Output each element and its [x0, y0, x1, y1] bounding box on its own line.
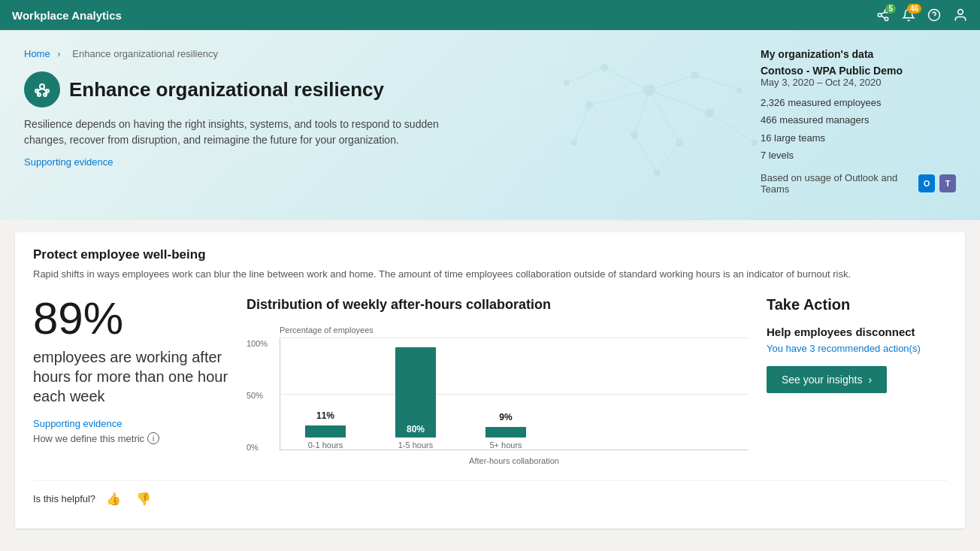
- action-description: You have 3 recommended action(s): [767, 343, 947, 354]
- bar-x-label-3: 5+ hours: [476, 440, 536, 450]
- help-button[interactable]: [927, 8, 941, 22]
- svg-line-41: [604, 68, 649, 90]
- svg-line-33: [634, 90, 649, 135]
- share-badge: 5: [885, 4, 896, 14]
- y-tick-100: 100%: [247, 339, 268, 348]
- org-date-range: May 3, 2020 – Oct 24, 2020: [761, 77, 956, 88]
- bar-2: 80%: [395, 347, 436, 437]
- thumbs-down-button[interactable]: 👎: [132, 490, 156, 507]
- svg-line-40: [657, 143, 679, 173]
- action-subtitle: Help employees disconnect: [767, 325, 947, 338]
- see-insights-arrow: ›: [868, 374, 872, 386]
- svg-line-38: [709, 113, 755, 143]
- stat-column: 89% employees are working after hours fo…: [33, 296, 228, 444]
- breadcrumb-separator: ›: [57, 48, 63, 59]
- bar-label-white-2: 80%: [407, 424, 425, 437]
- section-description: Rapid shifts in ways employees work can …: [33, 267, 947, 282]
- metric-label-text: How we define this metric: [33, 433, 144, 444]
- org-company-name: Contoso - WPA Public Demo: [761, 65, 956, 77]
- breadcrumb: Home › Enhance organizational resiliency: [24, 48, 535, 59]
- svg-line-30: [649, 75, 694, 90]
- thumbs-up-button[interactable]: 👍: [101, 490, 126, 507]
- employees-stat: 2,326 measured employees: [761, 94, 956, 111]
- svg-line-36: [694, 75, 740, 90]
- chart-x-axis-label: After-hours collaboration: [280, 456, 749, 465]
- bar-group-3: 9% 5+ hours: [476, 325, 536, 450]
- hero-description: Resilience depends on having the right i…: [24, 117, 475, 148]
- hero-title-row: Enhance organizational resiliency: [24, 71, 535, 107]
- action-column: Take Action Help employees disconnect Yo…: [767, 296, 947, 393]
- svg-line-3: [881, 16, 885, 18]
- breadcrumb-home[interactable]: Home: [24, 48, 50, 59]
- levels-stat: 7 levels: [761, 147, 956, 164]
- app-title: Workplace Analytics: [12, 9, 122, 22]
- bar-group-1: 11% 0-1 hours: [295, 325, 355, 450]
- bar-3: 9%: [485, 427, 526, 437]
- svg-line-35: [567, 68, 604, 83]
- bar-group-2: 80% 1-5 hours: [386, 325, 446, 450]
- svg-line-4: [881, 12, 885, 14]
- hero-section: Home › Enhance organizational resiliency: [0, 30, 980, 220]
- bar-wrap-3: 9%: [485, 325, 526, 437]
- grid-line-50: [280, 394, 749, 395]
- breadcrumb-current: Enhance organizational resiliency: [72, 48, 218, 59]
- svg-point-1: [878, 14, 882, 17]
- hero-left: Home › Enhance organizational resiliency: [24, 48, 535, 199]
- three-column-layout: 89% employees are working after hours fo…: [33, 296, 947, 465]
- teams-stat: 16 large teams: [761, 129, 956, 147]
- svg-line-37: [574, 105, 589, 143]
- org-panel-title: My organization's data: [761, 48, 956, 60]
- nav-icons: 5 46: [876, 8, 968, 23]
- bar-label-top-3: 9%: [485, 412, 526, 422]
- see-insights-button[interactable]: See your insights ›: [767, 366, 887, 393]
- teams-icon: T: [939, 174, 956, 192]
- hero-supporting-evidence-link[interactable]: Supporting evidence: [24, 156, 113, 168]
- managers-stat: 466 measured managers: [761, 111, 956, 129]
- outlook-icon: O: [918, 174, 935, 192]
- action-title: Take Action: [767, 296, 947, 313]
- bar-wrap-1: 11%: [305, 325, 346, 437]
- y-tick-50: 50%: [247, 391, 268, 400]
- main-content: Protect employee well-being Rapid shifts…: [0, 220, 980, 551]
- metric-definition-link[interactable]: How we define this metric i: [33, 432, 228, 444]
- bar-x-label-2: 1-5 hours: [386, 440, 446, 450]
- svg-point-7: [958, 10, 963, 15]
- info-icon: i: [147, 432, 159, 444]
- svg-line-39: [634, 135, 657, 173]
- bar-x-label-1: 0-1 hours: [295, 440, 355, 450]
- notifications-button[interactable]: 46: [902, 8, 915, 22]
- notifications-badge: 46: [907, 4, 921, 14]
- network-graphic: [529, 45, 770, 198]
- supporting-evidence-link[interactable]: Supporting evidence: [33, 418, 228, 429]
- wellbeing-section: Protect employee well-being Rapid shifts…: [15, 232, 965, 529]
- grid-line-100: [280, 338, 749, 338]
- section-title: Protect employee well-being: [33, 247, 947, 262]
- profile-button[interactable]: [953, 8, 968, 23]
- svg-line-31: [589, 90, 649, 105]
- svg-point-2: [885, 17, 888, 21]
- org-data-panel: My organization's data Contoso - WPA Pub…: [761, 48, 956, 199]
- org-stats: 2,326 measured employees 466 measured ma…: [761, 94, 956, 165]
- big-statistic: 89%: [33, 296, 228, 341]
- helpful-label: Is this helpful?: [33, 493, 95, 504]
- stat-description: employees are working after hours for mo…: [33, 347, 228, 406]
- org-based-on: Based on usage of Outlook and Teams O T: [761, 172, 956, 195]
- bar-1: 11%: [305, 425, 346, 437]
- y-tick-0: 0%: [247, 443, 268, 452]
- share-button[interactable]: 5: [876, 8, 890, 22]
- bar-wrap-2: 80%: [395, 325, 436, 437]
- svg-line-42: [589, 105, 634, 135]
- hero-icon: [24, 71, 60, 107]
- chart-column: Distribution of weekly after-hours colla…: [247, 296, 749, 465]
- helpful-row: Is this helpful? 👍 👎: [33, 480, 947, 510]
- see-insights-label: See your insights: [782, 374, 862, 386]
- svg-line-32: [649, 90, 709, 113]
- org-based-text: Based on usage of Outlook and Teams: [761, 172, 914, 195]
- svg-point-8: [40, 84, 44, 89]
- svg-line-34: [649, 90, 679, 143]
- top-navigation: Workplace Analytics 5 46: [0, 0, 980, 30]
- chart-title: Distribution of weekly after-hours colla…: [247, 296, 749, 313]
- bar-label-top-1: 11%: [305, 410, 346, 421]
- page-title: Enhance organizational resiliency: [69, 78, 384, 101]
